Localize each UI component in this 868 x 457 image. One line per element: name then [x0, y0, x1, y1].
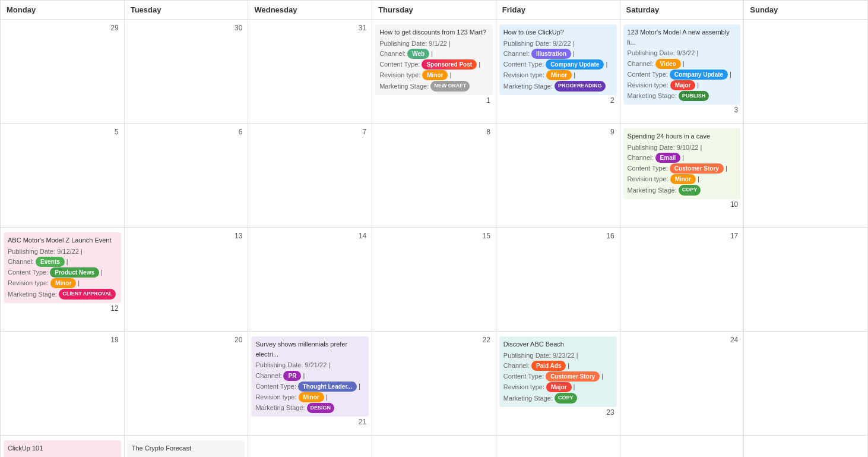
day-header-friday: Friday	[496, 1, 620, 20]
event-card[interactable]: How to get discounts from 123 Mart?Publi…	[375, 24, 493, 95]
badge: Major	[670, 80, 696, 90]
badge: Events	[36, 257, 65, 267]
day-number	[251, 439, 369, 442]
revision-type-row: Revision type: Major |	[503, 382, 613, 392]
day-number: 13	[128, 231, 245, 242]
badge: Company Update	[670, 70, 728, 80]
day-number: 19	[4, 335, 121, 346]
day-cell	[744, 436, 868, 457]
day-cell: 14	[248, 228, 372, 332]
content-type-row: Content Type: Company Update |	[503, 59, 613, 70]
event-card[interactable]: ClickUp 101Publishing Date: 9/26/22 |Cha…	[4, 440, 121, 457]
day-cell: ABC Motor's Model Z Launch EventPublishi…	[1, 228, 125, 332]
day-cell	[744, 124, 868, 228]
badge: Email	[655, 153, 681, 163]
publish-date-row: Publishing Date: 9/3/22 |	[628, 48, 737, 58]
day-header-sunday: Sunday	[744, 1, 868, 20]
day-cell: 24	[620, 332, 745, 436]
event-title: The Crypto Forecast	[132, 443, 241, 453]
badge: COPY	[555, 393, 577, 404]
badge: Customer Story	[546, 371, 600, 382]
day-cell: 5	[1, 124, 125, 228]
content-type-row: Content Type: Customer Story |	[628, 163, 737, 174]
day-number: 7	[251, 127, 369, 138]
day-cell: 17	[620, 228, 745, 332]
event-card[interactable]: Discover ABC BeachPublishing Date: 9/23/…	[499, 336, 617, 407]
day-cell: 123 Motor's Model A new assembly li...Pu…	[620, 20, 745, 124]
channel-row: Channel: Video |	[628, 59, 737, 69]
day-cell	[744, 332, 868, 436]
day-cell: 30	[125, 20, 249, 124]
day-header-thursday: Thursday	[372, 1, 496, 20]
badge: Paid Ads	[531, 361, 566, 371]
badge: PUBLISH	[679, 91, 709, 102]
content-type-row: Content Type: Customer Story |	[503, 371, 613, 382]
day-number	[747, 335, 864, 338]
publish-date-row: Publishing Date: 9/12/22 |	[8, 247, 117, 257]
day-number: 20	[128, 335, 245, 346]
day-cell: 13	[125, 228, 249, 332]
channel-row: Channel: Web |	[379, 49, 489, 59]
event-card[interactable]: Spending 24 hours in a cavePublishing Da…	[623, 128, 741, 199]
revision-type-row: Revision type: Minor |	[379, 70, 489, 80]
badge: PR	[283, 371, 301, 381]
day-number: 31	[251, 23, 369, 34]
day-header-tuesday: Tuesday	[125, 1, 249, 20]
event-card[interactable]: 123 Motor's Model A new assembly li...Pu…	[623, 24, 741, 105]
day-cell: 29	[1, 20, 125, 124]
day-cell: 8	[372, 124, 496, 228]
content-type-row: Content Type: Product News |	[8, 267, 117, 278]
day-header-saturday: Saturday	[620, 1, 745, 20]
day-cell: 20	[125, 332, 249, 436]
day-number: 30	[128, 23, 245, 34]
day-number: 24	[623, 335, 741, 346]
day-number: 2	[499, 95, 617, 107]
publish-date-row: Publishing Date: 9/2/22 |	[503, 39, 613, 49]
event-card[interactable]: The Crypto ForecastPublishing Date: 9/27…	[128, 440, 245, 457]
revision-type-row: Revision type: Major |	[628, 80, 737, 90]
badge: Minor	[422, 70, 448, 80]
marketing-stage-row: Marketing Stage: PUBLISH	[628, 91, 737, 102]
publish-date-row: Publishing Date: 9/27/22 |	[132, 455, 241, 458]
day-cell: Spending 24 hours in a cavePublishing Da…	[620, 124, 745, 228]
badge: Illustration	[531, 49, 571, 59]
badge: Sponsored Post	[422, 59, 477, 70]
day-number: 1	[375, 95, 493, 107]
day-number: 15	[375, 231, 493, 242]
badge: Product News	[50, 267, 99, 278]
channel-row: Channel: Email |	[628, 153, 737, 163]
marketing-stage-row: Marketing Stage: CLIENT APPROVAL	[8, 289, 117, 300]
badge: Minor	[546, 70, 572, 80]
marketing-stage-row: Marketing Stage: DESIGN	[255, 403, 365, 414]
badge: Company Update	[546, 59, 604, 70]
badge: PROOFREADING	[555, 81, 606, 92]
event-title: Spending 24 hours in a cave	[628, 131, 737, 141]
day-number	[747, 23, 864, 26]
day-number	[499, 439, 617, 442]
badge: Minor	[50, 278, 76, 288]
day-number: 9	[499, 127, 617, 138]
publish-date-row: Publishing Date: 9/1/22 |	[379, 39, 489, 49]
badge: Customer Story	[670, 163, 724, 174]
publish-date-row: Publishing Date: 9/23/22 |	[503, 351, 613, 361]
channel-row: Channel: PR |	[255, 371, 365, 381]
event-card[interactable]: ABC Motor's Model Z Launch EventPublishi…	[4, 232, 121, 303]
badge: Video	[655, 59, 681, 69]
event-title: 123 Motor's Model A new assembly li...	[628, 27, 737, 47]
day-cell: Survey shows millennials prefer electri.…	[248, 332, 372, 436]
event-card[interactable]: Survey shows millennials prefer electri.…	[251, 336, 369, 417]
day-number: 16	[499, 231, 617, 242]
event-title: ABC Motor's Model Z Launch Event	[8, 235, 117, 245]
day-header-wednesday: Wednesday	[248, 1, 372, 20]
day-number	[747, 127, 864, 130]
event-title: How to get discounts from 123 Mart?	[379, 27, 489, 37]
day-header-monday: Monday	[1, 1, 125, 20]
revision-type-row: Revision type: Minor |	[255, 392, 365, 402]
event-title: Discover ABC Beach	[503, 339, 613, 349]
day-number: 3	[623, 105, 741, 116]
content-type-row: Content Type: Thought Leader... |	[255, 382, 365, 392]
publish-date-row: Publishing Date: 9/26/22 |	[8, 455, 117, 458]
channel-row: Channel: Paid Ads |	[503, 361, 613, 371]
badge: Major	[546, 382, 572, 392]
event-card[interactable]: How to use ClickUp?Publishing Date: 9/2/…	[499, 24, 617, 95]
